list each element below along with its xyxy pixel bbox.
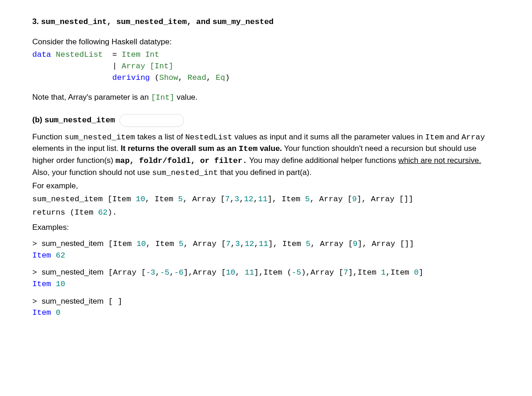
example-2-output: Item 10: [32, 279, 500, 290]
problem-heading: 3. sum_nested_int, sum_nested_item, and …: [32, 16, 500, 28]
example-3: > sum_nested_item [ ] Item 0: [32, 296, 500, 319]
example-1-output: Item 62: [32, 250, 500, 262]
datatype-code: data NestedList = Item Int | Array [Int]…: [32, 49, 500, 84]
intro-text: Consider the following Haskell datatype:: [32, 36, 500, 48]
heading-fn2: sum_nested_item: [116, 18, 187, 26]
example-2: > sum_nested_item [Array [-3,-5,-6],Arra…: [32, 267, 500, 290]
example-3-input: > sum_nested_item [ ]: [32, 296, 500, 308]
description-p1: Function sum_nested_item takes a list of…: [32, 132, 500, 179]
heading-fn1: sum_nested_int: [41, 18, 107, 26]
part-b-heading: (b) sum_nested_item: [32, 114, 500, 127]
example-result-inline: returns (Item 62).: [32, 207, 500, 219]
example-3-output: Item 0: [32, 307, 500, 319]
for-example: For example,: [32, 180, 500, 192]
example-inline: sum_nested_item [Item 10, Item 5, Array …: [32, 194, 500, 205]
heading-fn3: sum_my_nested: [213, 18, 274, 26]
array-note: Note that, Array's parameter is an [Int]…: [32, 92, 500, 104]
heading-number: 3.: [32, 17, 39, 26]
heading-and: and: [196, 18, 211, 26]
examples-label: Examples:: [32, 222, 500, 234]
example-1-input: > sum_nested_item [Item 10, Item 5, Arra…: [32, 238, 500, 250]
example-1: > sum_nested_item [Item 10, Item 5, Arra…: [32, 238, 500, 261]
blank-pill: [119, 114, 184, 127]
example-2-input: > sum_nested_item [Array [-3,-5,-6],Arra…: [32, 267, 500, 279]
